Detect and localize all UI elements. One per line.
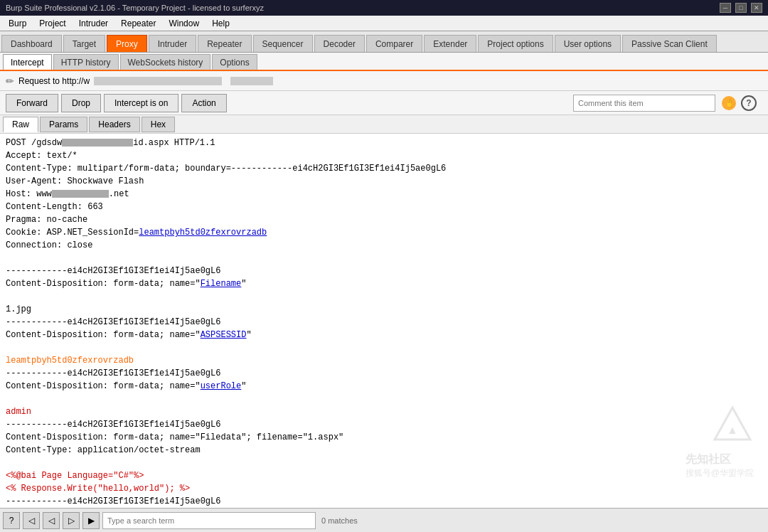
action-bar: Forward Drop Intercept is on Action ✋ ? [0, 91, 768, 115]
http-line: ------------ei4cH2GI3Ef1GI3Ef1ei4Ij5ae0g… [6, 367, 762, 380]
http-line: User-Agent: Shockwave Flash [6, 175, 762, 188]
http-line: ------------ei4cH2GI3Ef1GI3Ef1ei4Ij5ae0g… [6, 418, 762, 431]
subtab-options[interactable]: Options [212, 54, 257, 70]
http-line-aspx-2: <% Response.Write("hello,world"); %> [6, 482, 762, 495]
redacted-block [52, 190, 109, 198]
sub-tabs: Intercept HTTP history WebSockets histor… [0, 53, 768, 71]
menu-repeater[interactable]: Repeater [115, 17, 161, 30]
http-line: 1.jpg [6, 303, 762, 316]
tab-intruder[interactable]: Intruder [149, 35, 196, 52]
tab-project-options[interactable]: Project options [478, 35, 553, 52]
http-line: Pragma: no-cache [6, 213, 762, 226]
http-line: Content-Disposition: form-data; name="Fi… [6, 431, 762, 444]
http-line: Accept: text/* [6, 149, 762, 162]
tab-comparer[interactable]: Comparer [366, 35, 422, 52]
next-button[interactable]: ▶ [82, 512, 100, 529]
request-label: Request to http://w [18, 76, 90, 86]
tab-dashboard[interactable]: Dashboard [1, 35, 62, 52]
help-icon[interactable]: ? [741, 95, 757, 111]
redacted-block [62, 139, 133, 147]
forward-nav-button[interactable]: ▷ [63, 512, 80, 529]
prev-button[interactable]: ◁ [23, 512, 40, 529]
window-title: Burp Suite Professional v2.1.06 - Tempor… [6, 4, 264, 12]
title-bar: Burp Suite Professional v2.1.06 - Tempor… [0, 0, 768, 16]
http-line: Connection: close [6, 239, 762, 252]
subtab-http-history[interactable]: HTTP history [53, 54, 119, 70]
content-tab-hex[interactable]: Hex [142, 117, 175, 132]
intercept-toggle-button[interactable]: Intercept is on [104, 94, 178, 112]
menu-bar: Burp Project Intruder Repeater Window He… [0, 16, 768, 31]
menu-window[interactable]: Window [163, 17, 205, 30]
menu-intruder[interactable]: Intruder [73, 17, 114, 30]
form-field-userrole: userRole [201, 381, 242, 391]
main-tabs: Dashboard Target Proxy Intruder Repeater… [0, 31, 768, 53]
url-redacted-2 [230, 77, 273, 85]
http-content-area[interactable]: POST /gdsdwid.aspx HTTP/1.1 Accept: text… [0, 134, 768, 508]
minimize-button[interactable]: ─ [720, 3, 731, 13]
content-wrapper: POST /gdsdwid.aspx HTTP/1.1 Accept: text… [0, 134, 768, 508]
form-field-aspsessid: ASPSESSID [201, 330, 247, 340]
http-line: Content-Type: multipart/form-data; bound… [6, 162, 762, 175]
burp-hand-icon: ✋ [720, 94, 738, 112]
tab-passive-scan[interactable]: Passive Scan Client [622, 35, 717, 52]
help-bottom-icon[interactable]: ? [3, 512, 20, 529]
drop-button[interactable]: Drop [61, 94, 101, 112]
content-tab-raw[interactable]: Raw [3, 117, 38, 132]
search-input[interactable] [102, 512, 316, 529]
http-line [6, 290, 762, 303]
http-line: ------------ei4cH2GI3Ef1GI3Ef1ei4Ij5ae0g… [6, 265, 762, 277]
http-line-admin: admin [6, 405, 762, 418]
content-tabs: Raw Params Headers Hex [0, 115, 768, 134]
menu-project[interactable]: Project [33, 17, 71, 30]
tab-decoder[interactable]: Decoder [314, 35, 365, 52]
back-button[interactable]: ◁ [43, 512, 60, 529]
window-controls: ─ □ ✕ [720, 3, 762, 13]
bottom-bar: ? ◁ ◁ ▷ ▶ 0 matches [0, 508, 768, 532]
close-button[interactable]: ✕ [751, 3, 762, 13]
comment-input[interactable] [573, 95, 715, 112]
http-line: Content-Disposition: form-data; name="us… [6, 380, 762, 393]
http-line: Content-Type: application/octet-stream [6, 444, 762, 457]
http-line-aspx-1: <%@bai Page Language="C#"%> [6, 469, 762, 482]
tab-target[interactable]: Target [63, 35, 105, 52]
http-line [6, 457, 762, 469]
url-redacted-1 [94, 77, 222, 85]
http-line: Cookie: ASP.NET_SessionId=leamtpbyh5td0z… [6, 226, 762, 239]
cookie-value: leamtpbyh5td0zfexrovrzadb [139, 228, 267, 238]
http-line [6, 393, 762, 405]
action-button[interactable]: Action [181, 94, 226, 112]
tab-user-options[interactable]: User options [555, 35, 621, 52]
http-line: ------------ei4cH2GI3Ef1GI3Ef1ei4Ij5ae0g… [6, 316, 762, 329]
forward-button[interactable]: Forward [6, 94, 58, 112]
http-line [6, 252, 762, 265]
tab-proxy[interactable]: Proxy [107, 35, 147, 52]
menu-burp[interactable]: Burp [3, 17, 32, 30]
http-line-session: leamtpbyh5td0zfexrovrzadb [6, 354, 762, 367]
svg-text:✋: ✋ [725, 97, 735, 108]
request-bar: ✏ Request to http://w [0, 71, 768, 91]
http-line: Content-Disposition: form-data; name="AS… [6, 329, 762, 341]
edit-icon: ✏ [6, 75, 14, 87]
http-line: POST /gdsdwid.aspx HTTP/1.1 [6, 137, 762, 149]
content-tab-params[interactable]: Params [40, 117, 87, 132]
comment-section: ✋ ? [230, 94, 762, 112]
subtab-intercept[interactable]: Intercept [3, 54, 52, 70]
http-line: Host: www.net [6, 188, 762, 201]
http-line: Content-Disposition: form-data; name="Fi… [6, 277, 762, 290]
subtab-websockets-history[interactable]: WebSockets history [120, 54, 211, 70]
menu-help[interactable]: Help [206, 17, 235, 30]
http-line: Content-Length: 663 [6, 201, 762, 213]
tab-extender[interactable]: Extender [424, 35, 476, 52]
content-tab-headers[interactable]: Headers [89, 117, 139, 132]
maximize-button[interactable]: □ [735, 3, 747, 13]
matches-count: 0 matches [321, 516, 358, 525]
form-field-filename: Filename [201, 279, 242, 289]
http-line: ------------ei4cH2GI3Ef1GI3Ef1ei4Ij5ae0g… [6, 495, 762, 508]
tab-repeater[interactable]: Repeater [198, 35, 251, 52]
http-line [6, 341, 762, 354]
tab-sequencer[interactable]: Sequencer [253, 35, 313, 52]
